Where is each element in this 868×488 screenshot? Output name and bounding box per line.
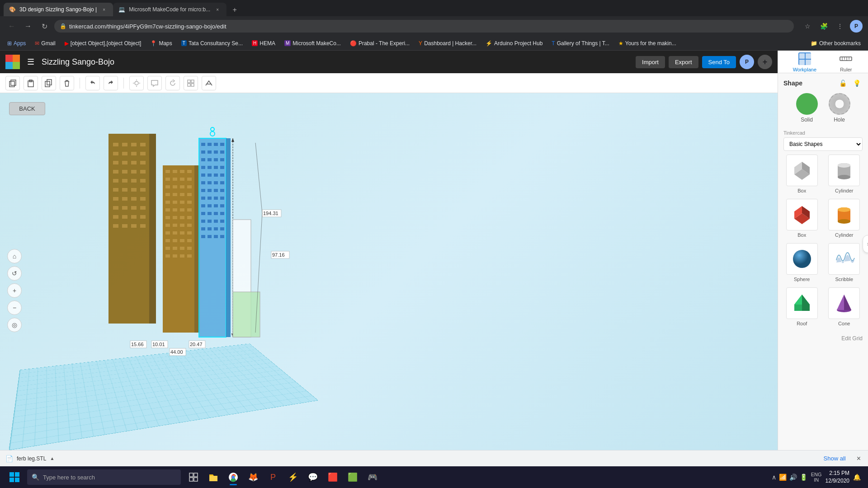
shape-item-cylinder-orange[interactable]: Cylinder	[826, 199, 863, 238]
shape-item-cone[interactable]: Cone	[826, 287, 863, 326]
start-button[interactable]	[4, 466, 25, 488]
bookmark-youtube[interactable]: ▶ [object Object],[object Object]	[61, 39, 145, 47]
notification-icon[interactable]: 🔔	[853, 474, 861, 481]
bookmark-youtube-label: [object Object],[object Object]	[71, 40, 142, 47]
battery-icon[interactable]: 🔋	[800, 474, 807, 481]
tc-viewport[interactable]: BACK ⌂ ↺ + − ◎	[0, 93, 778, 488]
download-close-button[interactable]: ×	[855, 453, 863, 465]
show-all-button[interactable]: Show all	[820, 453, 849, 464]
bookmark-gallery[interactable]: T Gallery of Things | T...	[548, 39, 613, 47]
taskview-button[interactable]	[184, 468, 203, 486]
app9-button[interactable]: 🟩	[344, 468, 362, 486]
workplane-button[interactable]: Workplane	[789, 50, 820, 74]
profile-button[interactable]: P	[850, 20, 863, 33]
bookmark-yours[interactable]: ★ Yours for the makin...	[615, 39, 680, 47]
bookmark-makecode[interactable]: M Microsoft MakeCo...	[281, 39, 344, 47]
export-button[interactable]: Export	[669, 56, 698, 68]
zoom-out-button[interactable]: −	[7, 300, 22, 315]
hole-option[interactable]: Hole	[829, 93, 850, 123]
zoom-in-button[interactable]: +	[7, 283, 22, 298]
bookmark-maps[interactable]: 📍 Maps	[146, 39, 175, 47]
app8-button[interactable]: 🟥	[324, 468, 342, 486]
svg-rect-27	[122, 161, 127, 164]
shape-item-roof[interactable]: Roof	[783, 287, 821, 326]
chrome-button[interactable]	[224, 468, 242, 486]
ruler-button[interactable]: Ruler	[835, 50, 857, 74]
network-icon[interactable]: 📶	[779, 474, 787, 481]
shape-item-scribble[interactable]: Scribble	[826, 243, 863, 282]
edit-grid-button-rp[interactable]: Edit Grid	[783, 333, 863, 343]
tab2-close-btn[interactable]: ×	[214, 6, 221, 13]
bookmark-tata[interactable]: T Tata Consultancy Se...	[178, 39, 246, 47]
redo-button[interactable]	[104, 76, 118, 90]
solid-option[interactable]: Solid	[796, 93, 818, 123]
comment-icon[interactable]	[147, 76, 162, 90]
bookmark-apps[interactable]: ⊞ Apps	[4, 39, 29, 47]
other-bookmarks[interactable]: 📁 Other bookmarks	[807, 39, 864, 47]
taskbar-search-bar[interactable]: 🔍 Type here to search	[27, 469, 181, 485]
language-indicator[interactable]: ENGIN	[811, 472, 822, 483]
bookmark-prabal[interactable]: 🔴 Prabal - The Experi...	[346, 39, 413, 47]
bookmark-arduino[interactable]: ⚡ Arduino Project Hub	[482, 39, 546, 47]
arduino-tb-button[interactable]: ⚡	[284, 468, 302, 486]
orbit-button[interactable]: ↺	[7, 266, 22, 281]
forward-button[interactable]: →	[22, 20, 34, 33]
app10-button[interactable]: 🎮	[363, 468, 382, 486]
more-options-btn[interactable]: ⋮	[834, 20, 846, 33]
bookmark-star-btn[interactable]: ☆	[801, 20, 814, 33]
tab-close-btn[interactable]: ×	[100, 6, 108, 13]
hamburger-menu-button[interactable]: ☰	[25, 55, 36, 69]
svg-rect-13	[188, 84, 190, 86]
svg-rect-142	[201, 204, 205, 207]
bookmark-gmail[interactable]: ✉ Gmail	[31, 39, 59, 47]
folder-icon: 📁	[811, 40, 817, 47]
reload-button[interactable]: ↻	[38, 20, 51, 33]
svg-rect-109	[226, 138, 231, 337]
slack-button[interactable]: 💬	[304, 468, 322, 486]
clock[interactable]: 2:15 PM 12/9/2020	[826, 469, 849, 485]
home-view-button[interactable]: ⌂	[7, 249, 22, 263]
bookmark-dashboard[interactable]: Y Dashboard | Hacker...	[415, 39, 480, 47]
volume-icon[interactable]: 🔊	[789, 474, 797, 481]
lock-toggle-button[interactable]: 🔓	[837, 79, 849, 88]
shape-item-sphere[interactable]: Sphere	[783, 243, 821, 282]
svg-rect-77	[173, 201, 177, 204]
shape-item-box-red[interactable]: Box	[783, 199, 821, 238]
chevron-up-icon[interactable]: ∧	[772, 474, 776, 481]
duplicate-button[interactable]	[42, 76, 56, 90]
light-icon[interactable]	[129, 76, 144, 90]
delete-button[interactable]	[60, 76, 74, 90]
new-tab-button[interactable]: +	[228, 4, 241, 16]
firefox-button[interactable]: 🦊	[244, 468, 262, 486]
rotate-icon[interactable]	[165, 76, 180, 90]
paste-button[interactable]	[24, 76, 38, 90]
navigation-cube[interactable]: BACK	[9, 102, 45, 138]
tab-favicon: 🎨	[9, 6, 16, 13]
user-avatar[interactable]: P	[740, 55, 754, 69]
url-bar[interactable]: 🔒 tinkercad.com/things/4iPFyG9m7cw-sizzl…	[54, 20, 794, 33]
shape-item-cylinder-gray[interactable]: Cylinder	[826, 155, 863, 193]
tab-active[interactable]: 🎨 3D design Sizzling Sango-Bojo | ×	[4, 3, 113, 16]
send-to-button[interactable]: Send To	[702, 56, 736, 68]
copy-button[interactable]	[5, 76, 20, 90]
shape-item-box-gray[interactable]: Box	[783, 155, 821, 193]
powerpoint-button[interactable]: P	[264, 468, 282, 486]
fit-button[interactable]: ◎	[7, 318, 22, 332]
file-explorer-button[interactable]	[204, 468, 222, 486]
category-dropdown[interactable]: Basic Shapes	[783, 137, 863, 151]
back-button[interactable]: ←	[5, 20, 18, 33]
grid-icon[interactable]	[184, 76, 198, 90]
undo-button[interactable]	[85, 76, 100, 90]
add-user-button[interactable]: +	[758, 55, 772, 69]
bookmark-hema[interactable]: H HEMA	[248, 39, 279, 47]
svg-rect-94	[180, 231, 184, 235]
tab-inactive[interactable]: 💻 Microsoft MakeCode for micro:b... ×	[113, 3, 226, 16]
plane-icon[interactable]	[202, 76, 216, 90]
import-button[interactable]: Import	[636, 56, 665, 68]
back-view-label[interactable]: BACK	[9, 102, 45, 115]
toolbar-separator	[80, 78, 80, 89]
visibility-toggle-button[interactable]: 💡	[851, 79, 863, 88]
panel-expand-button[interactable]: ›	[863, 235, 868, 253]
extensions-btn[interactable]: 🧩	[817, 20, 830, 33]
svg-rect-42	[113, 197, 118, 201]
